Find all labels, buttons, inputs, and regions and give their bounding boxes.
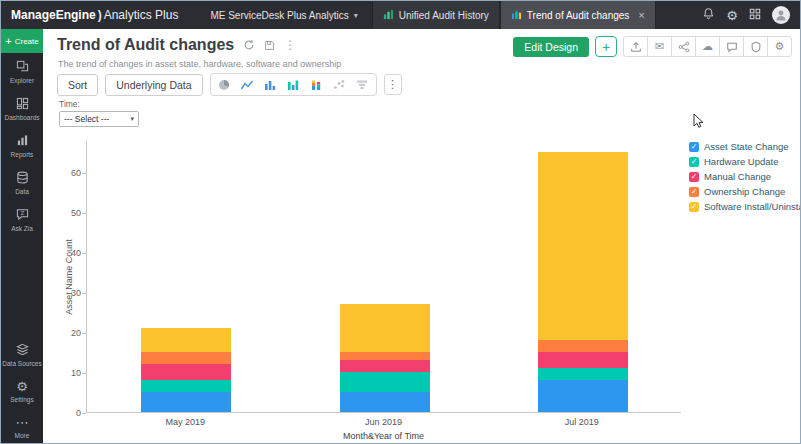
comment-icon[interactable] — [719, 36, 744, 57]
database-icon — [16, 171, 29, 185]
sidebar-item-label: More — [15, 432, 30, 439]
line-chart-icon[interactable] — [236, 75, 259, 94]
bar-segment[interactable] — [538, 380, 628, 412]
bar-segment[interactable] — [141, 352, 231, 364]
bar-segment[interactable] — [340, 352, 430, 360]
kebab-menu-icon[interactable]: ⋮ — [284, 38, 296, 52]
bar-segment[interactable] — [538, 352, 628, 368]
report-action-bar: ✉ ☁ ⚙ — [623, 36, 792, 57]
legend-checkbox[interactable]: ✓ — [689, 142, 699, 152]
bar-chart-teal-icon[interactable] — [282, 75, 305, 94]
legend-checkbox[interactable]: ✓ — [689, 202, 699, 212]
legend-item[interactable]: ✓Software Install/Uninstall — [689, 201, 801, 212]
y-tick-label: 50 — [47, 208, 81, 218]
sidebar-item-reports[interactable]: Reports — [1, 127, 43, 164]
top-bar-actions: ⚙ — [702, 1, 801, 29]
create-button[interactable]: + Create — [1, 29, 43, 53]
brand-product: Analytics Plus — [104, 8, 179, 22]
brand-logo: ManageEngine ) Analytics Plus — [1, 1, 188, 29]
gear-icon: ⚙ — [16, 380, 28, 393]
underlying-data-button[interactable]: Underlying Data — [105, 74, 202, 96]
sort-button[interactable]: Sort — [57, 74, 98, 96]
bar-segment[interactable] — [141, 392, 231, 412]
user-avatar[interactable] — [772, 6, 790, 24]
sidebar-item-settings[interactable]: ⚙ Settings — [1, 373, 43, 409]
bar-segment[interactable] — [538, 368, 628, 380]
legend-item[interactable]: ✓Hardware Update — [689, 156, 801, 167]
edit-design-button[interactable]: Edit Design — [513, 37, 589, 57]
bar-segment[interactable] — [141, 328, 231, 352]
sidebar-item-data-sources[interactable]: Data Sources — [1, 336, 43, 373]
apps-grid-icon[interactable] — [749, 6, 761, 24]
bell-icon[interactable] — [702, 6, 715, 24]
legend-item[interactable]: ✓Asset State Change — [689, 141, 801, 152]
stacked-bar[interactable] — [538, 152, 628, 412]
stacked-bar-chart-icon[interactable] — [305, 75, 328, 94]
legend-label: Ownership Change — [704, 186, 785, 197]
report-tab-icon — [383, 9, 394, 22]
y-tick-label: 10 — [47, 368, 81, 378]
report-tab-icon — [511, 9, 522, 22]
time-filter: Time: --- Select --- ▾ — [59, 99, 139, 127]
toolbar-more-icon[interactable]: ⋮ — [384, 74, 402, 95]
cloud-icon[interactable]: ☁ — [695, 36, 720, 57]
bar-chart-blue-icon[interactable] — [259, 75, 282, 94]
legend-item[interactable]: ✓Ownership Change — [689, 186, 801, 197]
sidebar-item-explorer[interactable]: Explorer — [1, 53, 43, 90]
scatter-chart-icon[interactable] — [328, 75, 351, 94]
gear-icon[interactable]: ⚙ — [726, 9, 738, 22]
y-tick-label: 40 — [47, 248, 81, 258]
time-filter-label: Time: — [59, 99, 139, 109]
explorer-icon — [16, 60, 29, 74]
funnel-chart-icon[interactable] — [351, 75, 374, 94]
sidebar-item-data[interactable]: Data — [1, 164, 43, 201]
workspace-selector[interactable]: ME ServiceDesk Plus Analytics ▾ — [196, 1, 371, 29]
stacked-bar[interactable] — [340, 304, 430, 412]
pie-chart-icon[interactable] — [213, 75, 236, 94]
sidebar-item-dashboards[interactable]: Dashboards — [1, 90, 43, 127]
tab-unified-audit-history[interactable]: Unified Audit History — [372, 1, 500, 29]
chart: Asset Name Count 0102030405060 May 2019J… — [43, 129, 801, 444]
stacked-bar[interactable] — [141, 328, 231, 412]
x-category-label: May 2019 — [86, 417, 284, 427]
tab-label: Unified Audit History — [399, 10, 489, 21]
chart-type-switcher — [210, 73, 377, 96]
legend-checkbox[interactable]: ✓ — [689, 187, 699, 197]
x-category-label: Jun 2019 — [284, 417, 482, 427]
email-icon[interactable]: ✉ — [647, 36, 672, 57]
y-tick-label: 20 — [47, 328, 81, 338]
chart-legend: ✓Asset State Change✓Hardware Update✓Manu… — [689, 141, 801, 216]
ask-zia-icon: Z — [16, 208, 29, 222]
legend-item[interactable]: ✓Manual Change — [689, 171, 801, 182]
save-icon[interactable] — [264, 40, 275, 51]
export-icon[interactable] — [623, 36, 648, 57]
sidebar-item-label: Explorer — [10, 77, 34, 84]
x-axis-title: Month&Year of Time — [86, 431, 681, 441]
bar-segment[interactable] — [141, 364, 231, 380]
settings-gear-icon[interactable]: ⚙ — [767, 36, 792, 57]
sidebar-item-label: Data Sources — [2, 360, 41, 367]
add-button[interactable]: + — [595, 36, 617, 57]
bar-segment[interactable] — [538, 152, 628, 340]
legend-checkbox[interactable]: ✓ — [689, 157, 699, 167]
time-filter-select[interactable]: --- Select --- ▾ — [59, 111, 139, 127]
tab-trend-of-audit-changes[interactable]: Trend of Audit changes × — [500, 1, 656, 29]
top-bar: ManageEngine ) Analytics Plus ME Service… — [1, 1, 801, 29]
chevron-down-icon: ▾ — [130, 115, 134, 123]
legend-checkbox[interactable]: ✓ — [689, 172, 699, 182]
close-icon[interactable]: × — [638, 10, 644, 21]
sidebar-item-label: Dashboards — [4, 114, 39, 121]
bar-segment[interactable] — [340, 372, 430, 392]
bar-segment[interactable] — [340, 304, 430, 352]
layers-icon — [16, 343, 29, 357]
refresh-icon[interactable] — [243, 39, 255, 51]
app-window: ManageEngine ) Analytics Plus ME Service… — [0, 0, 801, 444]
bar-segment[interactable] — [340, 360, 430, 372]
bar-segment[interactable] — [538, 340, 628, 352]
sidebar-item-more[interactable]: ⋯ More — [1, 409, 43, 444]
bar-segment[interactable] — [340, 392, 430, 412]
bar-segment[interactable] — [141, 380, 231, 392]
sidebar-item-ask-zia[interactable]: Z Ask Zia — [1, 201, 43, 238]
share-icon[interactable] — [671, 36, 696, 57]
alert-shield-icon[interactable] — [743, 36, 768, 57]
